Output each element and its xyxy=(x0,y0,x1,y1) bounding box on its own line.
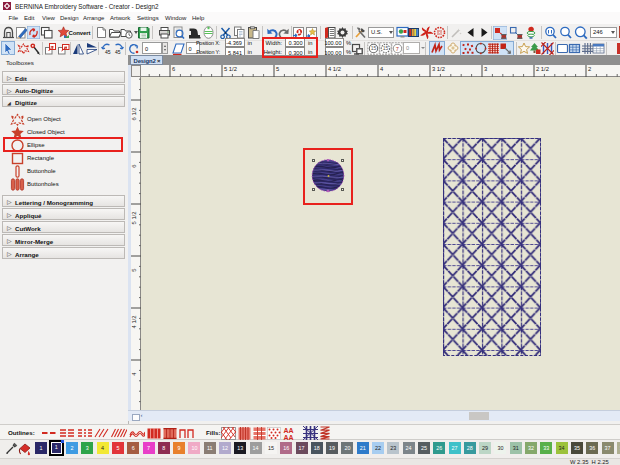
svg-text:45: 45 xyxy=(115,48,121,54)
svg-text:15: 15 xyxy=(370,45,376,51)
svg-text:15: 15 xyxy=(382,45,388,51)
svg-text:AA: AA xyxy=(284,433,294,439)
svg-text:7: 7 xyxy=(395,45,398,51)
svg-text:45: 45 xyxy=(105,48,111,54)
